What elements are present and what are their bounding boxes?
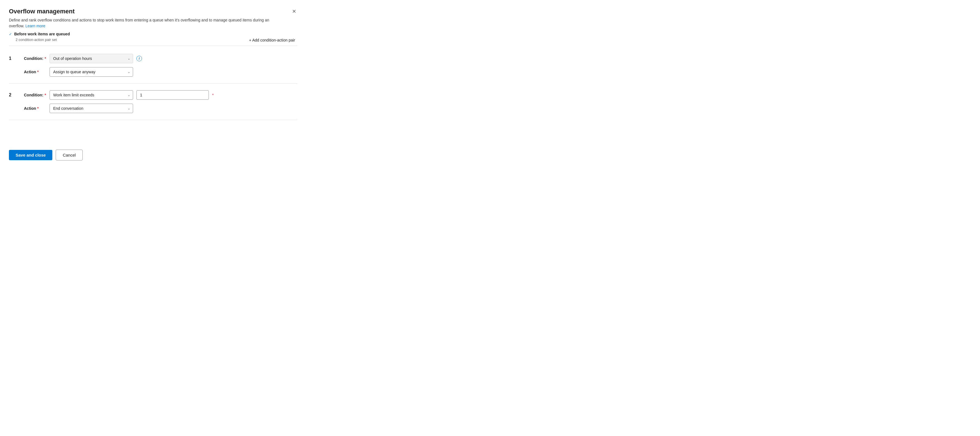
save-and-close-button[interactable]: Save and close bbox=[9, 150, 52, 160]
work-item-limit-input[interactable] bbox=[137, 90, 209, 100]
action-field-row-2: Action * End conversation ⌄ bbox=[24, 104, 298, 113]
close-button[interactable]: ✕ bbox=[291, 8, 298, 15]
condition-select-wrapper-2: Work item limit exceeds ⌄ bbox=[49, 90, 133, 100]
section-header: ✓ Before work items are queued bbox=[9, 32, 298, 36]
required-star: * bbox=[37, 70, 38, 74]
section-divider bbox=[9, 46, 298, 46]
action-select-2[interactable]: End conversation bbox=[49, 104, 133, 113]
condition-number-1: 1 bbox=[9, 54, 17, 61]
condition-select-1[interactable]: Out of operation hours bbox=[49, 54, 133, 63]
action-label-1: Action * bbox=[24, 70, 46, 74]
input-required-star: * bbox=[212, 93, 213, 97]
dialog-title: Overflow management bbox=[9, 8, 75, 15]
overflow-management-dialog: Overflow management ✕ Define and rank ov… bbox=[0, 0, 306, 167]
required-star: * bbox=[37, 106, 38, 110]
action-field-row-1: Action * Assign to queue anyway ⌄ bbox=[24, 67, 298, 77]
condition-row-2: 2 Condition: * Work item limit exceeds ⌄… bbox=[9, 83, 298, 120]
dialog-description: Define and rank overflow conditions and … bbox=[9, 17, 274, 29]
condition-label-2: Condition: * bbox=[24, 93, 46, 97]
dialog-footer: Save and close Cancel bbox=[9, 142, 298, 160]
add-condition-action-pair-button[interactable]: + Add condition-action pair bbox=[247, 37, 298, 43]
section-subtitle: 2 condition-action pair set bbox=[16, 38, 57, 42]
section-title: Before work items are queued bbox=[14, 32, 70, 36]
condition-fields-2: Condition: * Work item limit exceeds ⌄ *… bbox=[24, 90, 298, 113]
cancel-button[interactable]: Cancel bbox=[56, 150, 83, 160]
condition-fields-1: Condition: * Out of operation hours ⌄ i … bbox=[24, 54, 298, 77]
close-icon: ✕ bbox=[292, 9, 296, 14]
condition-number-2: 2 bbox=[9, 90, 17, 97]
learn-more-link[interactable]: Learn more bbox=[25, 24, 45, 28]
condition-label-1: Condition: * bbox=[24, 56, 46, 61]
condition-row-1: 1 Condition: * Out of operation hours ⌄ … bbox=[9, 47, 298, 83]
info-icon-1[interactable]: i bbox=[137, 56, 142, 61]
section-chevron-icon: ✓ bbox=[9, 32, 12, 36]
condition-field-row-2: Condition: * Work item limit exceeds ⌄ * bbox=[24, 90, 298, 100]
required-star: * bbox=[45, 93, 46, 97]
condition-field-row-1: Condition: * Out of operation hours ⌄ i bbox=[24, 54, 298, 63]
dialog-header: Overflow management ✕ bbox=[9, 8, 298, 15]
condition-select-2[interactable]: Work item limit exceeds bbox=[49, 90, 133, 100]
add-pair-row: + Add condition-action pair bbox=[247, 37, 298, 43]
required-star: * bbox=[45, 56, 46, 61]
action-select-wrapper-2: End conversation ⌄ bbox=[49, 104, 133, 113]
action-label-2: Action * bbox=[24, 106, 46, 110]
condition-select-wrapper-1: Out of operation hours ⌄ bbox=[49, 54, 133, 63]
action-select-1[interactable]: Assign to queue anyway bbox=[49, 67, 133, 77]
action-select-wrapper-1: Assign to queue anyway ⌄ bbox=[49, 67, 133, 77]
conditions-container: 1 Condition: * Out of operation hours ⌄ … bbox=[9, 47, 298, 142]
